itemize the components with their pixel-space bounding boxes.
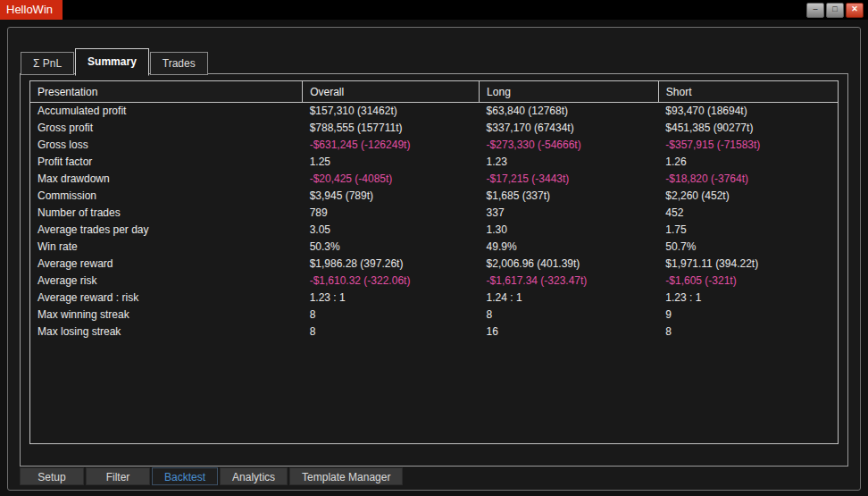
- metric-value: 8: [303, 324, 480, 340]
- metric-label: Commission: [30, 188, 303, 205]
- column-header-overall[interactable]: Overall: [303, 81, 480, 103]
- metric-value: 8: [658, 324, 838, 340]
- metric-value: -$1,617.34 (-323.47t): [480, 273, 659, 290]
- title-bar: HelloWin – □ ✕: [0, 0, 868, 20]
- metric-value: 50.3%: [303, 239, 480, 256]
- bottom-tab-strip: Setup Filter Backtest Analytics Template…: [20, 467, 403, 485]
- table-row[interactable]: Average reward$1,986.28 (397.26t)$2,006.…: [30, 256, 838, 273]
- metric-value: -$1,610.32 (-322.06t): [303, 273, 480, 290]
- metric-value: 1.25: [303, 154, 480, 171]
- bottom-tab-analytics[interactable]: Analytics: [220, 467, 288, 485]
- metric-value: 9: [658, 307, 838, 324]
- metric-label: Average risk: [30, 273, 303, 290]
- app-window: HelloWin – □ ✕ Σ PnL Summary Trades: [0, 0, 868, 496]
- metric-label: Average reward: [30, 256, 303, 273]
- column-header-presentation[interactable]: Presentation: [30, 81, 303, 103]
- metric-value: 8: [480, 307, 659, 324]
- bottom-tab-filter[interactable]: Filter: [86, 467, 150, 485]
- metric-value: $2,006.96 (401.39t): [480, 256, 659, 273]
- column-header-short[interactable]: Short: [658, 81, 838, 103]
- window-title: HelloWin: [0, 0, 63, 20]
- table-row[interactable]: Average risk-$1,610.32 (-322.06t)-$1,617…: [30, 273, 838, 290]
- metric-value: 49.9%: [480, 239, 659, 256]
- bottom-tab-setup[interactable]: Setup: [20, 467, 84, 485]
- metric-value: $1,971.11 (394.22t): [658, 256, 838, 273]
- table-row[interactable]: Accumulated profit$157,310 (31462t)$63,8…: [30, 103, 838, 121]
- table-row[interactable]: Average reward : risk1.23 : 11.24 : 11.2…: [30, 290, 838, 307]
- main-frame: Σ PnL Summary Trades Presentation Overal…: [7, 27, 861, 491]
- table-row[interactable]: Max losing streak8168: [30, 324, 838, 340]
- summary-table-container: Presentation Overall Long Short Accumula…: [29, 80, 839, 444]
- bottom-tab-template-manager[interactable]: Template Manager: [289, 467, 403, 485]
- table-row[interactable]: Commission$3,945 (789t)$1,685 (337t)$2,2…: [30, 188, 838, 205]
- metric-value: -$631,245 (-126249t): [303, 137, 480, 154]
- table-row[interactable]: Gross loss-$631,245 (-126249t)-$273,330 …: [30, 137, 838, 154]
- metric-value: $63,840 (12768t): [480, 103, 659, 121]
- metric-label: Gross loss: [30, 137, 303, 154]
- metric-value: $1,685 (337t): [480, 188, 659, 205]
- maximize-icon: □: [827, 4, 843, 15]
- tab-summary[interactable]: Summary: [75, 48, 149, 76]
- window-controls: – □ ✕: [806, 3, 864, 18]
- metric-label: Gross profit: [30, 120, 303, 137]
- tab-pnl[interactable]: Σ PnL: [21, 52, 74, 75]
- metric-label: Win rate: [30, 239, 303, 256]
- metric-value: 1.24 : 1: [480, 290, 659, 307]
- bottom-tab-backtest[interactable]: Backtest: [152, 467, 218, 485]
- metric-value: -$273,330 (-54666t): [480, 137, 659, 154]
- metric-value: 1.23 : 1: [303, 290, 480, 307]
- column-header-long[interactable]: Long: [480, 81, 659, 103]
- metric-value: -$357,915 (-71583t): [658, 137, 838, 154]
- metric-value: 1.23 : 1: [658, 290, 838, 307]
- metric-value: 337: [480, 205, 659, 222]
- metric-label: Max winning streak: [30, 307, 303, 324]
- metric-value: $157,310 (31462t): [303, 103, 480, 121]
- metric-value: 1.23: [480, 154, 659, 171]
- minimize-icon: –: [807, 4, 823, 15]
- metric-label: Number of trades: [30, 205, 303, 222]
- close-button[interactable]: ✕: [846, 3, 864, 18]
- metric-value: 50.7%: [658, 239, 838, 256]
- metric-value: $3,945 (789t): [303, 188, 480, 205]
- metric-label: Average trades per day: [30, 222, 303, 239]
- metric-value: $1,986.28 (397.26t): [303, 256, 480, 273]
- metric-value: -$1,605 (-321t): [658, 273, 838, 290]
- summary-table: Presentation Overall Long Short Accumula…: [30, 81, 838, 340]
- table-row[interactable]: Win rate50.3%49.9%50.7%: [30, 239, 838, 256]
- metric-value: 3.05: [303, 222, 480, 239]
- metric-value: $451,385 (90277t): [658, 120, 838, 137]
- tab-trades[interactable]: Trades: [150, 52, 208, 75]
- maximize-button[interactable]: □: [826, 3, 844, 18]
- metric-label: Average reward : risk: [30, 290, 303, 307]
- table-row[interactable]: Average trades per day3.051.301.75: [30, 222, 838, 239]
- metric-value: -$17,215 (-3443t): [480, 171, 659, 188]
- metric-label: Accumulated profit: [30, 103, 303, 121]
- metric-label: Max losing streak: [30, 324, 303, 340]
- metric-value: -$20,425 (-4085t): [303, 171, 480, 188]
- table-row[interactable]: Profit factor1.251.231.26: [30, 154, 838, 171]
- metric-value: 1.26: [658, 154, 838, 171]
- metric-value: 452: [658, 205, 838, 222]
- summary-tab-page: Presentation Overall Long Short Accumula…: [20, 73, 848, 467]
- metric-label: Max drawdown: [30, 171, 303, 188]
- table-row[interactable]: Gross profit$788,555 (157711t)$337,170 (…: [30, 120, 838, 137]
- metric-value: 8: [303, 307, 480, 324]
- table-row[interactable]: Max drawdown-$20,425 (-4085t)-$17,215 (-…: [30, 171, 838, 188]
- metric-value: $93,470 (18694t): [658, 103, 838, 121]
- metric-value: -$18,820 (-3764t): [658, 171, 838, 188]
- table-row[interactable]: Max winning streak889: [30, 307, 838, 324]
- close-icon: ✕: [847, 4, 863, 15]
- top-tab-strip: Σ PnL Summary Trades: [21, 48, 209, 75]
- metric-value: 16: [480, 324, 659, 340]
- summary-table-body: Accumulated profit$157,310 (31462t)$63,8…: [30, 103, 838, 341]
- minimize-button[interactable]: –: [806, 3, 824, 18]
- metric-value: $788,555 (157711t): [303, 120, 480, 137]
- table-header: Presentation Overall Long Short: [30, 81, 838, 103]
- table-row[interactable]: Number of trades789337452: [30, 205, 838, 222]
- metric-value: $337,170 (67434t): [480, 120, 659, 137]
- metric-value: 1.30: [480, 222, 659, 239]
- metric-label: Profit factor: [30, 154, 303, 171]
- metric-value: $2,260 (452t): [658, 188, 838, 205]
- metric-value: 1.75: [658, 222, 838, 239]
- metric-value: 789: [303, 205, 480, 222]
